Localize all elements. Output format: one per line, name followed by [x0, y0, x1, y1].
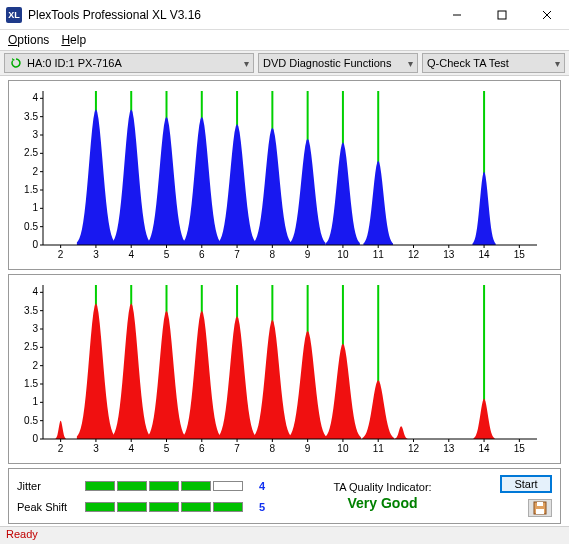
svg-text:0.5: 0.5	[24, 415, 38, 426]
titlebar: XL PlexTools Professional XL V3.16	[0, 0, 569, 30]
segment	[149, 481, 179, 491]
svg-text:7: 7	[234, 443, 240, 454]
segment	[85, 502, 115, 512]
svg-text:14: 14	[479, 249, 491, 260]
statusbar: Ready	[0, 526, 569, 544]
svg-text:7: 7	[234, 249, 240, 260]
segment	[213, 481, 243, 491]
svg-text:10: 10	[337, 443, 349, 454]
svg-text:2: 2	[32, 166, 38, 177]
svg-text:15: 15	[514, 443, 526, 454]
window-title: PlexTools Professional XL V3.16	[28, 8, 434, 22]
svg-text:9: 9	[305, 249, 311, 260]
svg-text:3: 3	[93, 249, 99, 260]
test-combo[interactable]: Q-Check TA Test	[422, 53, 565, 73]
toolbar: HA:0 ID:1 PX-716A DVD Diagnostic Functio…	[0, 50, 569, 76]
svg-text:3: 3	[93, 443, 99, 454]
svg-text:12: 12	[408, 249, 420, 260]
category-label: DVD Diagnostic Functions	[263, 57, 391, 69]
svg-text:12: 12	[408, 443, 420, 454]
svg-text:15: 15	[514, 249, 526, 260]
svg-text:2: 2	[32, 360, 38, 371]
results-panel: Jitter 4 Peak Shift 5 TA Quality Indicat…	[8, 468, 561, 524]
svg-text:8: 8	[270, 249, 276, 260]
svg-rect-1	[498, 11, 506, 19]
jitter-bar	[85, 481, 243, 491]
chart-top: 00.511.522.533.5423456789101112131415	[8, 80, 561, 270]
svg-text:2: 2	[58, 443, 64, 454]
svg-text:4: 4	[32, 286, 38, 297]
segment	[117, 481, 147, 491]
chart-bottom: 00.511.522.533.5423456789101112131415	[8, 274, 561, 464]
svg-text:10: 10	[337, 249, 349, 260]
device-combo[interactable]: HA:0 ID:1 PX-716A	[4, 53, 254, 73]
svg-text:3.5: 3.5	[24, 111, 38, 122]
svg-text:13: 13	[443, 443, 455, 454]
svg-text:5: 5	[164, 249, 170, 260]
segment	[213, 502, 243, 512]
svg-text:4: 4	[32, 92, 38, 103]
svg-text:9: 9	[305, 443, 311, 454]
svg-text:0.5: 0.5	[24, 221, 38, 232]
svg-text:1.5: 1.5	[24, 378, 38, 389]
svg-text:14: 14	[479, 443, 491, 454]
menubar: Options Help	[0, 30, 569, 50]
svg-text:3: 3	[32, 323, 38, 334]
peak-shift-label: Peak Shift	[17, 501, 77, 513]
svg-text:0: 0	[32, 433, 38, 444]
jitter-label: Jitter	[17, 480, 77, 492]
segment	[181, 502, 211, 512]
svg-text:11: 11	[373, 443, 385, 454]
svg-text:1: 1	[32, 202, 38, 213]
segment	[85, 481, 115, 491]
svg-text:13: 13	[443, 249, 455, 260]
svg-text:11: 11	[373, 249, 385, 260]
svg-text:4: 4	[128, 249, 134, 260]
svg-text:6: 6	[199, 443, 205, 454]
peak-shift-bar	[85, 502, 243, 512]
svg-text:1.5: 1.5	[24, 184, 38, 195]
svg-rect-122	[537, 502, 543, 506]
device-label: HA:0 ID:1 PX-716A	[27, 57, 122, 69]
category-combo[interactable]: DVD Diagnostic Functions	[258, 53, 418, 73]
svg-rect-121	[536, 509, 544, 514]
svg-text:2: 2	[58, 249, 64, 260]
menu-options[interactable]: Options	[8, 33, 49, 47]
svg-text:4: 4	[128, 443, 134, 454]
jitter-value: 4	[251, 480, 265, 492]
svg-text:0: 0	[32, 239, 38, 250]
minimize-button[interactable]	[434, 0, 479, 29]
peak-shift-value: 5	[251, 501, 265, 513]
segment	[181, 481, 211, 491]
segment	[117, 502, 147, 512]
svg-text:3: 3	[32, 129, 38, 140]
svg-text:3.5: 3.5	[24, 305, 38, 316]
ta-quality-label: TA Quality Indicator:	[333, 481, 431, 493]
menu-help[interactable]: Help	[61, 33, 86, 47]
test-label: Q-Check TA Test	[427, 57, 509, 69]
ta-quality-value: Very Good	[347, 495, 417, 511]
maximize-button[interactable]	[479, 0, 524, 29]
svg-text:8: 8	[270, 443, 276, 454]
svg-text:2.5: 2.5	[24, 341, 38, 352]
svg-text:6: 6	[199, 249, 205, 260]
close-button[interactable]	[524, 0, 569, 29]
app-icon: XL	[6, 7, 22, 23]
svg-text:2.5: 2.5	[24, 147, 38, 158]
segment	[149, 502, 179, 512]
refresh-icon[interactable]	[9, 56, 23, 70]
svg-text:5: 5	[164, 443, 170, 454]
start-button[interactable]: Start	[500, 475, 552, 493]
save-icon-button[interactable]	[528, 499, 552, 517]
status-text: Ready	[6, 528, 38, 540]
svg-text:1: 1	[32, 396, 38, 407]
